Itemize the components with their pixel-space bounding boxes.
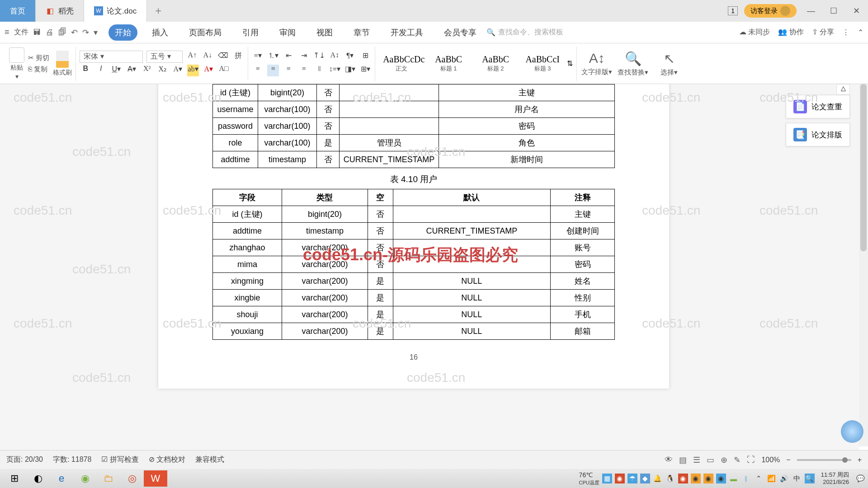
scrollbar[interactable] xyxy=(859,84,868,446)
tray-4[interactable]: ◆ xyxy=(640,474,650,483)
table-cell[interactable]: varchar(100) xyxy=(258,101,317,118)
table-cell[interactable]: role xyxy=(213,135,258,151)
subscript[interactable]: X₂ xyxy=(156,65,168,76)
table-cell[interactable]: 否 xyxy=(368,239,393,256)
table-header[interactable]: 注释 xyxy=(551,189,615,206)
line-spacing[interactable]: ↕≡▾ xyxy=(329,65,340,76)
table-cell[interactable]: CURRENT_TIMESTAMP xyxy=(340,151,439,168)
table-cell[interactable]: 否 xyxy=(368,206,393,223)
table-cell[interactable]: timestamp xyxy=(282,223,368,239)
zoom-in[interactable]: + xyxy=(858,456,862,464)
cpu-temp[interactable]: 76℃CPU温度 xyxy=(579,471,599,486)
assistant-bubble[interactable] xyxy=(841,420,863,443)
tray-qq[interactable]: 🐧 xyxy=(665,474,675,483)
strike-button[interactable]: A̶▾ xyxy=(126,65,137,76)
table-cell[interactable]: addtime xyxy=(213,223,282,239)
grow-font[interactable]: A↑ xyxy=(186,51,198,63)
print-icon[interactable]: 🖨 xyxy=(46,28,54,37)
table-cell[interactable] xyxy=(340,118,439,135)
textdir-button[interactable]: A↕文字排版▾ xyxy=(580,51,613,76)
read-view[interactable]: ▭ xyxy=(707,455,714,465)
zoom-out[interactable]: − xyxy=(786,456,790,464)
table-cell[interactable]: 否 xyxy=(317,84,340,101)
char-border[interactable]: A□ xyxy=(218,65,230,76)
table-cell[interactable]: 否 xyxy=(317,151,340,168)
start-button[interactable]: ⊞ xyxy=(3,470,26,487)
tray-bluetooth[interactable]: ᛒ xyxy=(741,474,751,483)
redo-icon[interactable]: ↷ xyxy=(82,28,89,38)
tray-3[interactable]: ☂ xyxy=(627,474,637,483)
bold-button[interactable]: B xyxy=(80,65,91,76)
table-cell[interactable]: id (主键) xyxy=(213,84,258,101)
menu-insert[interactable]: 插入 xyxy=(146,24,175,41)
menu-ref[interactable]: 引用 xyxy=(236,24,265,41)
align-center[interactable]: ≡ xyxy=(267,65,279,76)
table-cell[interactable] xyxy=(340,101,439,118)
style-body[interactable]: AaBbCcDc正文 xyxy=(379,52,424,75)
task-ie[interactable]: e xyxy=(50,470,73,487)
table-cell[interactable]: 创建时间 xyxy=(551,223,615,239)
table-cell[interactable]: bigint(20) xyxy=(282,206,368,223)
table-cell[interactable]: 是 xyxy=(317,135,340,151)
file-menu[interactable]: 文件 xyxy=(14,28,28,37)
table-cell[interactable]: varchar(100) xyxy=(258,118,317,135)
bullets[interactable]: ≡▾ xyxy=(252,51,264,63)
tray-ime[interactable]: 中 xyxy=(792,474,802,483)
fit-icon[interactable]: ⛶ xyxy=(747,455,755,465)
tab-add[interactable]: + xyxy=(147,5,170,17)
table-cell[interactable]: bigint(20) xyxy=(258,84,317,101)
paper-format[interactable]: 📑论文排版 xyxy=(786,123,850,146)
preview-icon[interactable]: 🗐 xyxy=(58,28,66,37)
numbering[interactable]: ⒈▾ xyxy=(267,51,279,63)
menu-review[interactable]: 审阅 xyxy=(273,24,302,41)
sort[interactable]: ⤒⤓ xyxy=(313,51,325,63)
table-cell[interactable]: addtime xyxy=(213,151,258,168)
menu-vip[interactable]: 会员专享 xyxy=(438,24,483,41)
page-status[interactable]: 页面: 20/30 xyxy=(6,455,43,465)
zoom-value[interactable]: 100% xyxy=(761,456,780,464)
table-cell[interactable]: 否 xyxy=(317,101,340,118)
table-cell[interactable]: 新增时间 xyxy=(439,151,615,168)
table-cell[interactable]: password xyxy=(213,118,258,135)
style-h1[interactable]: AaBbC标题 1 xyxy=(426,52,471,75)
line-btn[interactable]: ¶▾ xyxy=(344,51,356,63)
tray-search[interactable]: 🔍 xyxy=(805,474,815,483)
table-cell[interactable]: zhanghao xyxy=(213,239,282,256)
tray-nvidia[interactable]: ▬ xyxy=(729,474,739,483)
proof-check[interactable]: ⊘ 文档校对 xyxy=(149,455,185,465)
show-marks[interactable]: ⊞ xyxy=(359,51,371,63)
table-cell[interactable]: 邮箱 xyxy=(551,323,615,340)
table-cell[interactable]: 是 xyxy=(368,323,393,340)
table-cell[interactable]: 管理员 xyxy=(340,135,439,151)
size-select[interactable]: 五号 ▾ xyxy=(146,51,183,63)
table-cell[interactable]: 是 xyxy=(368,290,393,306)
outdent[interactable]: ⇤ xyxy=(283,51,294,63)
table-cell[interactable]: 主键 xyxy=(439,84,615,101)
table-cell[interactable]: 性别 xyxy=(551,290,615,306)
sync-status[interactable]: ☁ 未同步 xyxy=(739,28,770,37)
tray-1[interactable]: ▦ xyxy=(602,474,612,483)
font-select[interactable]: 宋体 ▾ xyxy=(80,51,143,63)
indent[interactable]: ⇥ xyxy=(298,51,310,63)
spell-check[interactable]: ☑ 拼写检查 xyxy=(101,455,138,465)
table-2[interactable]: 字段类型空默认注释 id (主键)bigint(20)否主键addtimetim… xyxy=(212,189,615,340)
table-cell[interactable]: xingming xyxy=(213,273,282,290)
tray-5[interactable]: ◉ xyxy=(678,474,688,483)
clear-format[interactable]: ⌫ xyxy=(217,51,229,63)
menu-view[interactable]: 视图 xyxy=(310,24,339,41)
task-cortana[interactable]: ◐ xyxy=(26,470,50,487)
edit-icon[interactable]: ✎ xyxy=(734,455,741,465)
table-cell[interactable]: varchar(200) xyxy=(282,256,368,273)
tray-6[interactable]: ◉ xyxy=(691,474,701,483)
tray-2[interactable]: ◉ xyxy=(615,474,625,483)
table-cell[interactable]: 账号 xyxy=(551,239,615,256)
table-cell[interactable]: 角色 xyxy=(439,135,615,151)
tray-wifi[interactable]: 📶 xyxy=(767,474,777,483)
table-cell[interactable]: NULL xyxy=(393,273,551,290)
table-cell[interactable]: 是 xyxy=(368,306,393,323)
underline-button[interactable]: U▾ xyxy=(110,65,122,76)
style-h2[interactable]: AaBbC标题 2 xyxy=(473,52,518,75)
align-justify[interactable]: ≡ xyxy=(298,65,310,76)
tray-notify[interactable]: 🔔 xyxy=(653,474,663,483)
table-cell[interactable]: id (主键) xyxy=(213,206,282,223)
